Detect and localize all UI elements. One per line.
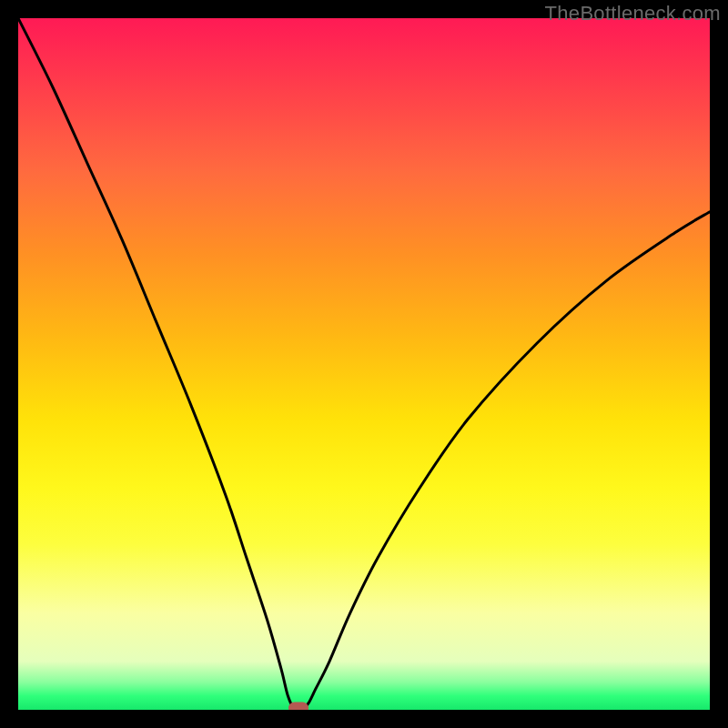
- plot-area: [18, 18, 710, 710]
- attribution-text: TheBottleneck.com: [545, 2, 721, 25]
- minimum-point-marker: [288, 703, 308, 711]
- chart-frame: TheBottleneck.com: [0, 0, 728, 728]
- bottleneck-curve: [18, 18, 710, 710]
